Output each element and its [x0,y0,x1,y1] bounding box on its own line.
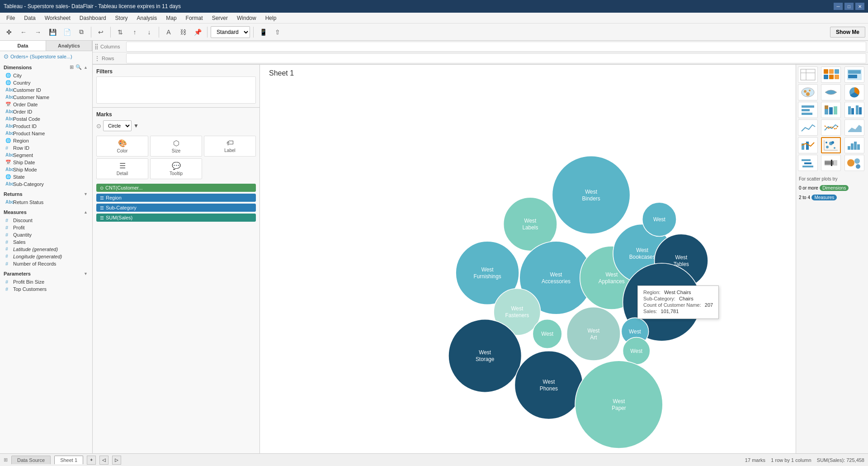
returns-collapse-btn[interactable]: ▼ [84,192,88,196]
dim-product-id[interactable]: AbcProduct ID [0,123,92,130]
show-me-packed-bubbles[interactable] [844,155,864,171]
dim-collapse-btn[interactable]: ▲ [84,64,88,70]
params-collapse-btn[interactable]: ▼ [84,271,88,276]
meas-sales[interactable]: #Sales [0,238,92,246]
dim-sub-category[interactable]: AbcSub-Category [0,181,92,188]
menu-dashboard[interactable]: Dashboard [75,14,111,22]
dim-segment[interactable]: AbcSegment [0,152,92,159]
dim-order-date[interactable]: 📅Order Date [0,101,92,108]
mark-tooltip-btn[interactable]: 💬 Tooltip [150,158,202,179]
toolbar-duplicate[interactable]: ⧉ [75,26,88,38]
menu-server[interactable]: Server [208,14,232,22]
show-me-horizontal-bars[interactable] [798,102,818,118]
bubble-west-storage[interactable]: WestStorage [448,319,522,393]
mark-label-btn[interactable]: 🏷 Label [204,136,256,157]
meas-num-records[interactable]: #Number of Records [0,260,92,267]
marks-type-dropdown[interactable]: Circle [103,120,132,131]
menu-file[interactable]: File [2,14,19,22]
toolbar-device[interactable]: 📱 [257,26,269,38]
tab-data[interactable]: Data [0,41,46,51]
menu-story[interactable]: Story [111,14,132,22]
tab-analytics[interactable]: Analytics [46,41,92,51]
toolbar-sort-asc[interactable]: ↑ [128,26,141,38]
toolbar-home[interactable]: ✤ [3,26,15,38]
mark-pill-sales[interactable]: ☰ SUM(Sales) [96,214,256,222]
data-source[interactable]: ⊙ Orders+ (Superstore sale...) [0,51,92,62]
bubble-west[interactable]: West [533,319,562,349]
dim-grid-btn[interactable]: ⊞ [70,64,74,70]
maximize-button[interactable]: □ [844,3,854,10]
dim-state[interactable]: 🌐State [0,173,92,181]
toolbar-new[interactable]: 📄 [61,26,73,38]
mark-pill-subcat[interactable]: ☰ Sub-Category [96,204,256,212]
menu-analysis[interactable]: Analysis [132,14,162,22]
show-me-stacked-bars[interactable] [821,102,841,118]
mark-pill-cnt[interactable]: ⊙ CNT(Customer... [96,184,256,192]
show-me-symbol-map[interactable] [798,84,818,100]
columns-content[interactable] [126,42,866,52]
rows-content[interactable] [126,53,866,63]
sheet-nav-btn1[interactable]: ◁ [99,456,108,465]
dim-return-status[interactable]: AbcReturn Status [0,199,92,206]
show-me-histogram[interactable] [844,137,864,153]
mark-detail-btn[interactable]: ☰ Detail [96,158,148,179]
dim-search-btn[interactable]: 🔍 [75,64,82,70]
close-button[interactable]: ✕ [855,3,864,10]
show-me-side-bars[interactable] [844,102,864,118]
show-me-area-chart[interactable] [844,119,864,136]
toolbar-sort-desc[interactable]: ↓ [143,26,156,38]
canvas-area[interactable]: Sheet 1 WestBindersWestLabelsWestFurnish… [260,65,796,453]
sheet-nav-btn2[interactable]: ▷ [112,456,121,465]
window-controls[interactable]: ─ □ ✕ [834,3,864,10]
meas-discount[interactable]: #Discount [0,217,92,224]
dim-postal-code[interactable]: AbcPostal Code [0,115,92,123]
mark-size-btn[interactable]: ⬡ Size [150,136,202,157]
measures-collapse-btn[interactable]: ▲ [84,210,88,214]
bubble-west-binders[interactable]: WestBinders [552,156,630,234]
mark-color-btn[interactable]: 🎨 Color [96,136,148,157]
menu-format[interactable]: Format [181,14,208,22]
dimension-controls[interactable]: ⊞ 🔍 ▲ [70,64,89,70]
bubble-west[interactable]: West [642,202,676,236]
dim-region[interactable]: 🌐Region [0,137,92,144]
dim-customer-id[interactable]: AbcCustomer ID [0,86,92,94]
toolbar-label[interactable]: A [162,26,175,38]
param-profit-bin[interactable]: #Profit Bin Size [0,278,92,285]
param-top-customers[interactable]: #Top Customers [0,285,92,293]
menu-map[interactable]: Map [161,14,181,22]
toolbar-swap[interactable]: ⇅ [114,26,127,38]
bubble-west[interactable]: West [623,337,650,364]
toolbar-undo[interactable]: ↩ [94,26,107,38]
minimize-button[interactable]: ─ [834,3,843,10]
show-me-filled-map[interactable] [821,84,841,100]
show-me-text-table[interactable] [798,67,818,83]
add-sheet-btn[interactable]: + [87,456,96,465]
dim-customer-name[interactable]: AbcCustomer Name [0,94,92,101]
dim-order-id[interactable]: AbcOrder ID [0,108,92,115]
show-me-dual-combination[interactable] [798,137,818,153]
show-me-pie-chart[interactable] [844,84,864,100]
bubble-west-paper[interactable]: WestPaper [575,361,663,448]
meas-longitude[interactable]: #Longitude (generated) [0,253,92,260]
toolbar-share[interactable]: ⇧ [271,26,284,38]
dim-country[interactable]: 🌐Country [0,79,92,86]
bubble-west-phones[interactable]: WestPhones [514,351,583,419]
show-me-gantt-chart[interactable] [798,155,818,171]
dim-product-name[interactable]: AbcProduct Name [0,130,92,137]
menu-worksheet[interactable]: Worksheet [40,14,75,22]
dim-city[interactable]: 🌐City [0,72,92,79]
meas-quantity[interactable]: #Quantity [0,231,92,238]
menu-data[interactable]: Data [19,14,40,22]
bubble-west-art[interactable]: WestArt [567,307,621,361]
meas-profit[interactable]: #Profit [0,224,92,231]
toolbar-save[interactable]: 💾 [46,26,59,38]
show-me-bullet-graph[interactable] [821,155,841,171]
standard-dropdown[interactable]: Standard [211,26,250,38]
show-me-scatter-plot[interactable] [821,137,841,153]
menu-help[interactable]: Help [261,14,281,22]
toolbar-back[interactable]: ← [17,26,30,38]
dim-row-id[interactable]: #Row ID [0,144,92,152]
mark-pill-region[interactable]: ☰ Region [96,194,256,202]
show-me-heat-map[interactable] [821,67,841,83]
dim-ship-date[interactable]: 📅Ship Date [0,159,92,166]
